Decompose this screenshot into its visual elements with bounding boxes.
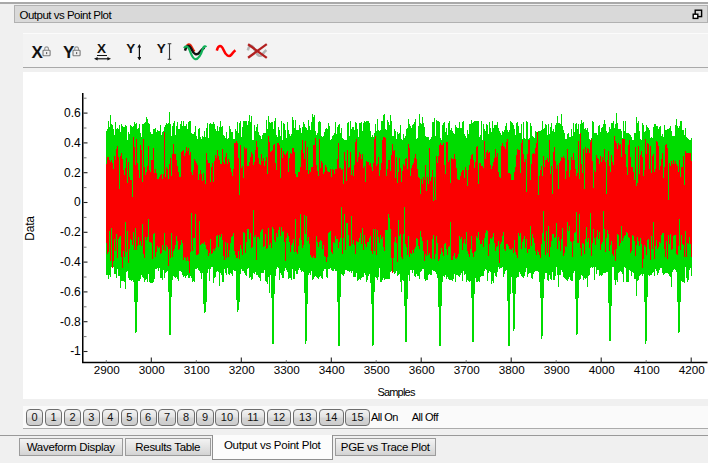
- svg-text:3900: 3900: [544, 363, 571, 376]
- svg-text:4000: 4000: [589, 363, 616, 376]
- svg-text:3500: 3500: [364, 363, 391, 376]
- svg-text:0.4: 0.4: [64, 136, 81, 150]
- svg-text:3200: 3200: [229, 363, 256, 376]
- svg-text:3100: 3100: [184, 363, 211, 376]
- svg-text:Samples: Samples: [377, 386, 415, 398]
- svg-text:0.6: 0.6: [64, 106, 81, 120]
- svg-text:4100: 4100: [634, 363, 661, 376]
- svg-text:0: 0: [74, 195, 81, 209]
- svg-text:Data: Data: [23, 216, 37, 241]
- svg-text:4200: 4200: [679, 363, 706, 376]
- svg-text:3300: 3300: [274, 363, 301, 376]
- svg-text:-0.4: -0.4: [60, 255, 81, 269]
- svg-text:-0.6: -0.6: [60, 285, 81, 299]
- svg-text:3000: 3000: [139, 363, 166, 376]
- svg-text:2900: 2900: [94, 363, 121, 376]
- svg-text:3700: 3700: [454, 363, 481, 376]
- svg-text:-0.2: -0.2: [60, 225, 81, 239]
- svg-text:-0.8: -0.8: [60, 315, 81, 329]
- svg-text:3800: 3800: [499, 363, 526, 376]
- svg-text:-1: -1: [70, 344, 81, 358]
- svg-text:3600: 3600: [409, 363, 436, 376]
- svg-text:0.2: 0.2: [64, 166, 81, 180]
- svg-text:3400: 3400: [319, 363, 346, 376]
